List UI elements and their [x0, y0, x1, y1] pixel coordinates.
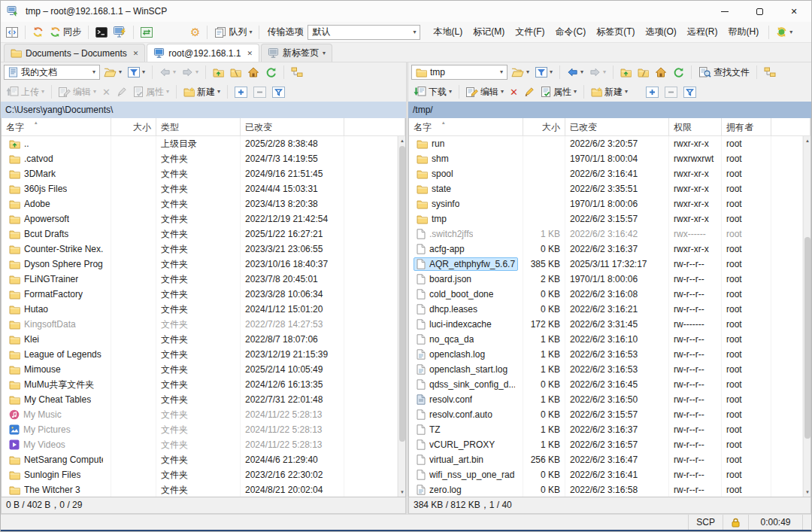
queue-button[interactable]: 队列▾ [212, 24, 254, 40]
file-row[interactable]: board.json2 KB1970/1/1 8:00:06rw-r--r--r… [409, 272, 803, 287]
remote-dir-combobox[interactable]: tmp ▾ [411, 65, 508, 80]
file-row[interactable]: zero.log0 KB2022/6/2 3:16:58rw-r--r--roo… [409, 482, 803, 497]
file-row[interactable]: no_qca_da1 KB2022/6/2 3:16:10rw-r--r--ro… [409, 332, 803, 347]
file-row[interactable]: 360js Files文件夹2024/4/4 15:03:31 [2, 181, 398, 196]
file-row[interactable]: My Pictures文件夹2024/11/22 5:28:13 [2, 422, 398, 437]
console-button[interactable] [111, 25, 129, 39]
file-row[interactable]: MuMu共享文件夹文件夹2024/12/6 16:13:35 [2, 377, 398, 392]
local-scrollbar[interactable]: ▲ ▼ [398, 136, 405, 497]
file-row[interactable]: resolv.conf1 KB2022/6/2 3:16:50rw-r--r--… [409, 392, 803, 407]
minimize-button[interactable] [707, 1, 742, 22]
file-row[interactable]: Adobe文件夹2023/4/13 8:20:38 [2, 196, 398, 211]
menu-item[interactable]: 远程(R) [682, 23, 723, 41]
file-row[interactable]: .catvod文件夹2024/7/3 14:19:55 [2, 151, 398, 166]
menu-item[interactable]: 选项(O) [640, 23, 681, 41]
local-scrollbar-thumb[interactable] [399, 146, 405, 442]
column-header[interactable]: 大小 [523, 118, 565, 136]
remote-rename-button[interactable] [522, 86, 537, 99]
local-new-button[interactable]: 新建▾ [181, 84, 223, 100]
file-row[interactable]: luci-indexcache172 KB2022/6/2 3:31:45rw-… [409, 317, 803, 332]
file-row[interactable]: Dyson Sphere Prog...文件夹2023/10/16 18:40:… [2, 257, 398, 272]
file-row[interactable]: cold_boot_done0 KB2022/6/2 3:16:08rw-r--… [409, 287, 803, 302]
remote-refresh-button[interactable] [671, 65, 686, 80]
remote-scrollbar-thumb[interactable] [804, 237, 810, 439]
column-header[interactable]: 大小 [111, 118, 156, 136]
scroll-down-icon[interactable]: ▼ [398, 488, 406, 497]
file-row[interactable]: Mimouse文件夹2025/2/14 10:05:49 [2, 362, 398, 377]
remote-forward-button[interactable]: ▾ [587, 66, 608, 78]
toggle-panels-button[interactable] [4, 26, 20, 39]
tab-close-icon[interactable]: ✕ [133, 50, 139, 57]
file-row[interactable]: .switch2jffs1 KB2022/6/2 3:16:42rwx-----… [409, 226, 803, 242]
menu-item[interactable]: 标记(M) [468, 23, 510, 41]
remote-parent-dir-button[interactable] [618, 66, 634, 79]
file-row[interactable]: openclash_start.log1 KB2022/6/2 3:16:53r… [409, 362, 803, 377]
local-edit-button[interactable]: 编辑▾ [56, 84, 98, 100]
menu-item[interactable]: 本地(L) [428, 23, 468, 41]
file-row[interactable]: acfg-app0 KB2022/6/2 3:16:37rwxr-xr-xroo… [409, 242, 803, 257]
column-header[interactable]: 权限 [669, 118, 722, 136]
maximize-button[interactable] [742, 1, 777, 22]
file-row[interactable]: AQR_ethphyfw_5.6.7...385 KB2025/3/11 17:… [409, 257, 803, 272]
scroll-up-icon[interactable]: ▲ [398, 136, 406, 145]
file-row[interactable]: dhcp.leases0 KB2022/6/2 3:16:21rw-r--r--… [409, 302, 803, 317]
scroll-down-icon[interactable]: ▼ [804, 488, 811, 497]
column-header[interactable]: 类型 [156, 118, 241, 136]
menu-item[interactable]: 文件(F) [510, 23, 550, 41]
close-button[interactable]: ✕ [777, 1, 811, 22]
remote-back-button[interactable]: ▾ [565, 66, 586, 78]
preferences-button[interactable]: ⚙ [188, 25, 202, 39]
file-row[interactable]: shm1970/1/1 8:00:04rwxrwxrwtroot [409, 151, 803, 166]
local-back-button[interactable]: ▾ [157, 66, 178, 78]
file-row[interactable]: state2022/6/2 3:35:51rwxr-xr-xroot [409, 181, 803, 196]
menu-item[interactable]: 命令(C) [550, 23, 591, 41]
file-row[interactable]: vCURL_PROXY1 KB2022/6/2 3:16:57rw-r--r--… [409, 437, 803, 452]
file-row[interactable]: Counter-Strike Nex...文件夹2023/3/21 23:06:… [2, 242, 398, 257]
column-header[interactable]: 名字▴ [409, 118, 523, 136]
refresh-panels-button[interactable] [138, 26, 155, 39]
remote-root-dir-button[interactable]: / [635, 66, 651, 79]
file-row[interactable]: League of Legends文件夹2023/12/19 21:15:39 [2, 347, 398, 362]
local-rename-button[interactable] [114, 86, 129, 99]
file-row[interactable]: 3DMark文件夹2024/9/16 21:51:45 [2, 166, 398, 181]
remote-tree-button[interactable] [762, 65, 778, 79]
local-open-directory-button[interactable]: ▾ [102, 65, 124, 79]
file-row[interactable]: TZ1 KB2022/6/2 3:16:37rw-r--r--root [409, 422, 803, 437]
session-time-segment[interactable]: 0:00:49 [748, 515, 802, 530]
encryption-segment[interactable] [723, 515, 748, 530]
file-row[interactable]: qdss_sink_config_d...0 KB2022/6/2 3:16:4… [409, 377, 803, 392]
column-header[interactable]: 名字▴ [2, 118, 111, 136]
local-select-filter-button[interactable] [270, 85, 287, 99]
local-path-bar[interactable]: C:\Users\yang\Documents\ [1, 102, 406, 118]
tab-2[interactable]: 新标签页▾ [261, 44, 332, 62]
open-terminal-button[interactable] [93, 26, 110, 39]
file-row[interactable]: virtual_art.bin256 KB2022/6/2 3:16:47rw-… [409, 452, 803, 467]
local-refresh-button[interactable] [263, 65, 279, 80]
file-row[interactable]: Sunlogin Files文件夹2023/2/16 22:30:02 [2, 467, 398, 482]
remote-properties-button[interactable]: 属性▾ [538, 84, 579, 100]
remote-new-button[interactable]: 新建▾ [589, 84, 630, 100]
column-header[interactable]: 拥有者 [722, 118, 771, 136]
local-select-remove-button[interactable] [251, 85, 268, 99]
file-row[interactable]: FormatFactory文件夹2023/3/28 10:06:34 [2, 287, 398, 302]
file-row[interactable]: tmp2022/6/2 3:15:57rwxr-xr-xroot [409, 211, 803, 226]
remote-select-remove-button[interactable] [662, 85, 680, 99]
file-row[interactable]: Klei文件夹2022/8/7 18:07:06 [2, 332, 398, 347]
file-row[interactable]: Hutao文件夹2024/1/12 15:01:20 [2, 302, 398, 317]
remote-home-dir-button[interactable] [653, 65, 669, 79]
menu-item[interactable]: 标签页(T) [591, 23, 640, 41]
local-properties-button[interactable]: 属性▾ [131, 84, 171, 100]
local-delete-button[interactable]: ✕ [100, 86, 113, 99]
protocol-segment[interactable]: SCP [688, 515, 723, 530]
resize-grip[interactable] [802, 515, 811, 530]
file-row[interactable]: openclash.log1 KB2022/6/2 3:16:53rw-r--r… [409, 347, 803, 362]
remote-filter-button[interactable]: ▾ [533, 65, 555, 79]
file-row[interactable]: My Videos文件夹2024/11/22 5:28:13 [2, 437, 398, 452]
local-forward-button[interactable]: ▾ [180, 66, 201, 78]
file-row[interactable]: KingsoftData文件夹2022/7/28 14:27:53 [2, 317, 398, 332]
local-drive-combobox[interactable]: 我的文档 ▾ [4, 65, 100, 80]
tab-0[interactable]: Documents – Documents✕ [4, 44, 145, 62]
file-row[interactable]: FLiNGTrainer文件夹2023/7/8 20:45:01 [2, 272, 398, 287]
remote-select-add-button[interactable] [644, 85, 661, 99]
scroll-up-icon[interactable]: ▲ [804, 136, 811, 145]
